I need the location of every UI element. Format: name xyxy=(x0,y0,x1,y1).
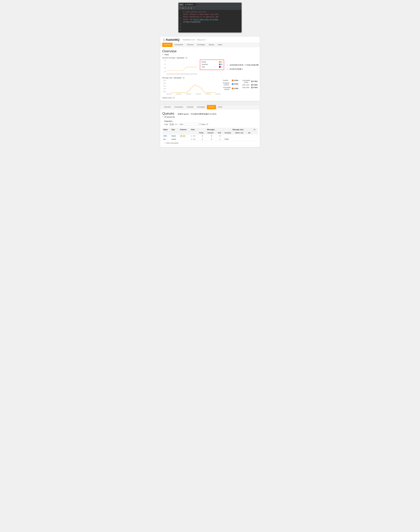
nav-exchanges[interactable]: Exchanges xyxy=(195,43,207,47)
th-type: Type xyxy=(170,128,179,131)
nav-queues[interactable]: Queues xyxy=(207,43,216,47)
disk-write-dot xyxy=(251,87,253,88)
nav-connections[interactable]: Connections xyxy=(173,43,185,47)
rates-help[interactable]: ? xyxy=(182,77,185,79)
camera-icon[interactable]: ⊙ xyxy=(185,7,186,9)
nav-channels[interactable]: Channels xyxy=(185,43,195,47)
legend-unacked-label: Unacked xyxy=(202,63,210,65)
ready-dot xyxy=(219,61,221,63)
queued-badge: last minute xyxy=(176,57,185,59)
th-messages: Messages xyxy=(198,128,224,131)
mu-incoming: 0.00/s xyxy=(224,137,234,141)
queues-annotation: 切换到 queue，可以看到消费者创建的 mu 队列 xyxy=(178,113,216,115)
queued-help[interactable]: ? xyxy=(185,57,188,59)
mu-pm xyxy=(253,137,258,141)
nav-channels-q[interactable]: Channels xyxy=(185,105,195,109)
page-select[interactable]: 1 xyxy=(169,123,174,126)
page-title-queues: Queues xyxy=(162,111,174,116)
ide-run-label: Run xyxy=(180,3,183,5)
queues-nav: Overview Connections Channels Exchanges … xyxy=(160,105,260,109)
nav-overview[interactable]: Overview xyxy=(162,43,173,47)
global-help[interactable]: ? xyxy=(173,97,175,99)
queue-type-hello: classic xyxy=(170,134,179,137)
filter-input[interactable] xyxy=(185,123,198,126)
ide-tab-bar: Run ■ Producer × xyxy=(179,3,241,6)
ide-close-button[interactable]: × xyxy=(194,4,195,5)
nav-admin[interactable]: Admin xyxy=(216,43,224,47)
unroutable-return-dot xyxy=(232,88,233,89)
legend-total-label: Total xyxy=(202,66,210,68)
th-state: State xyxy=(190,128,198,131)
producer-icon: ■ xyxy=(185,4,186,5)
legend-total-value: 1 xyxy=(219,66,222,68)
rate-publish: Publish 0.00/s xyxy=(223,80,239,81)
section-all-queues: All queues (2) xyxy=(162,116,258,118)
chart2-xaxis: 19:34:00 19:34:10 19:34:20 19:34:30 19:3… xyxy=(166,93,220,95)
chart1-xaxis: 19:34:00 19:34:10 19:34:20 19:34:30 19:3… xyxy=(166,73,197,75)
rates-right-panel: Publish 0.00/s Publisherconfirm xyxy=(223,80,258,95)
legend-total: Total 1 xyxy=(202,66,222,68)
queue-type-mu: classic xyxy=(170,137,179,141)
queues-table: Name Type Features State Messages Messag… xyxy=(162,128,258,141)
rates-left-group: Publish 0.00/s Publisherconfirm xyxy=(223,80,239,90)
settings-icon[interactable]: ⊛ xyxy=(191,7,192,9)
pub-confirm-dot xyxy=(232,83,233,85)
slf4j-link[interactable]: http://www.slf4j.org/codes xyxy=(194,19,218,20)
regex-checkbox[interactable] xyxy=(199,123,200,125)
rate-disk-read: Disk read 0.00/s xyxy=(242,84,258,86)
chart1-svg xyxy=(166,59,197,73)
chart1-container: 1.5 1.0 0.5 0.0 xyxy=(162,59,197,75)
chart1-ylabels: 1.5 1.0 0.5 0.0 xyxy=(162,59,166,73)
feature-d: D xyxy=(180,135,182,137)
ide-panel: Run ■ Producer × ↺ ■ ⊙ ⇄ ⊛ ⋮ ↑ ↓ ⇄ ≡ ≡↓ … xyxy=(179,3,241,32)
pagination-label: Pagination xyxy=(164,120,256,122)
rate-disk-write: Disk write 0.00/s xyxy=(242,87,258,89)
rates-badge: last minute xyxy=(173,77,182,79)
annotations: → 这里表明队列里有一个消息没有被消费 → 队列的总消息数 1 xyxy=(226,64,259,71)
rates-grid: 0.3/s 0.2/s 0.2/s 0.1/s 0.0/s xyxy=(162,80,258,95)
nav-exchanges-q[interactable]: Exchanges xyxy=(195,105,207,109)
queued-messages-section: Queued messages last minute ? 1.5 1.0 0.… xyxy=(162,57,258,75)
rate-unroutable-drop: Unroutable(drop) 0.00/s xyxy=(242,80,258,83)
chart1-legend-box: Ready 1 Unacked 0 xyxy=(200,59,224,70)
pagination-area: Pagination Page 1 of 1 - Filter: Regex ? xyxy=(162,119,258,127)
regex-help[interactable]: ? xyxy=(206,123,208,125)
mu-ready: 1 xyxy=(198,137,207,141)
reload-icon[interactable]: ⇄ xyxy=(188,7,189,9)
of-label: of 1 xyxy=(175,123,178,125)
legend-unacked: Unacked 0 xyxy=(202,63,222,65)
queues-panel: Overview Connections Channels Exchanges … xyxy=(160,105,260,147)
rmq-logo: 🐇 RabbitMQ™ xyxy=(162,38,181,42)
th-pm2 xyxy=(253,131,258,134)
annotation-2: → 队列的总消息数 1 xyxy=(226,68,259,71)
rmq-logo-text: RabbitMQ™ xyxy=(166,38,181,42)
rates-chart: 0.3/s 0.2/s 0.2/s 0.1/s 0.0/s xyxy=(162,80,220,95)
th-pm: +/- xyxy=(253,128,258,131)
pagination-row: Page 1 of 1 - Filter: Regex ? xyxy=(164,123,256,126)
add-queue-section[interactable]: Add a new queue xyxy=(162,141,258,145)
page-title-overview: Overview xyxy=(162,49,258,53)
mu-total: 1 xyxy=(217,137,224,141)
queue-name-mu[interactable]: mu xyxy=(162,137,170,141)
queue-name-hello[interactable]: hello xyxy=(162,134,170,137)
refresh-icon[interactable]: ↺ xyxy=(180,7,181,9)
th-deliver: deliver / get xyxy=(234,131,247,134)
nav-connections-q[interactable]: Connections xyxy=(173,105,185,109)
rate-unroutable-return: Unroutable(return) 0.00/s xyxy=(223,87,239,90)
th-name: Name xyxy=(162,128,170,131)
queue-features-hello: D pri xyxy=(179,134,190,137)
hello-total: 0 xyxy=(217,134,224,137)
nav-overview-q[interactable]: Overview xyxy=(162,105,173,109)
nav-admin-q[interactable]: Admin xyxy=(216,105,224,109)
total-dot xyxy=(219,66,221,68)
ide-tab-producer[interactable]: ■ Producer × xyxy=(184,3,196,6)
hello-ready: 0 xyxy=(198,134,207,137)
rates-section: Message rates last minute ? 0.3/s 0.2/s … xyxy=(162,77,258,95)
disk-read-dot xyxy=(251,84,253,86)
nav-queues-q[interactable]: Queues xyxy=(207,105,216,109)
th-features: Features xyxy=(179,128,190,131)
stop-icon[interactable]: ■ xyxy=(182,7,183,9)
queue-state-hello: idle xyxy=(190,134,198,137)
table-row: hello classic D pri idle 0 0 0 xyxy=(162,134,258,137)
more-icon[interactable]: ⋮ xyxy=(194,7,195,9)
